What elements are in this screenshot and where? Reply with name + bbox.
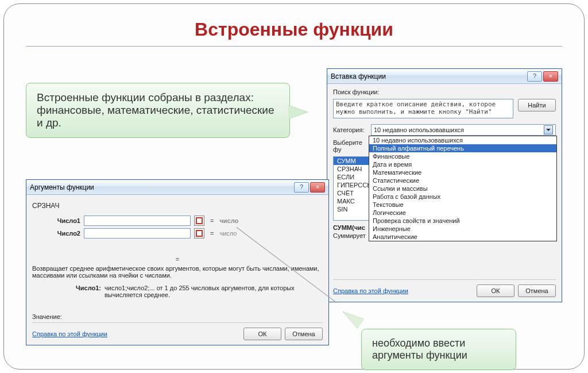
equals-sign: =	[210, 230, 214, 237]
arg-info-key: Число1:	[32, 284, 101, 298]
category-option[interactable]: 10 недавно использовавшихся	[369, 136, 556, 144]
range-picker-icon[interactable]	[194, 228, 204, 239]
dialog-titlebar[interactable]: Аргументы функции ? ×	[26, 180, 328, 195]
category-option[interactable]: Аналитические	[369, 233, 556, 241]
category-dropdown[interactable]: 10 недавно использовавшихсяПолный алфави…	[369, 136, 557, 241]
category-option[interactable]: Проверка свойств и значений	[369, 217, 556, 225]
value-label: Значение:	[32, 313, 323, 320]
title-underline	[26, 46, 562, 47]
arg-label: Число1	[32, 217, 80, 224]
close-icon[interactable]: ×	[543, 71, 558, 82]
category-value: 10 недавно использовавшихся	[374, 126, 464, 133]
callout-sections: Встроенные функции собраны в разделах: ф…	[26, 83, 290, 138]
function-name: СРЗНАЧ	[32, 202, 323, 210]
arg-input[interactable]	[84, 216, 191, 226]
category-option[interactable]: Текстовые	[369, 201, 556, 209]
category-option[interactable]: Дата и время	[369, 160, 556, 168]
arg-label: Число2	[32, 230, 80, 237]
arg-info-val: число1;число2;... от 1 до 255 числовых а…	[105, 284, 323, 298]
ok-button[interactable]: ОК	[477, 284, 514, 297]
ok-button[interactable]: ОК	[243, 328, 281, 340]
dialog-titlebar[interactable]: Вставка функции ? ×	[327, 69, 562, 84]
function-description-text: Возвращает среднее арифметическое своих …	[32, 265, 323, 279]
category-option[interactable]: Ссылки и массивы	[369, 184, 556, 193]
find-button[interactable]: Найти	[518, 99, 556, 111]
help-icon[interactable]: ?	[294, 182, 309, 193]
category-option[interactable]: Математические	[369, 168, 556, 176]
callout-tail	[340, 307, 365, 329]
help-icon[interactable]: ?	[527, 71, 542, 82]
equals-sign: =	[210, 217, 214, 224]
search-label: Поиск функции:	[333, 89, 556, 95]
insert-function-dialog: Вставка функции ? × Поиск функции: Введи…	[327, 68, 562, 302]
category-option[interactable]: Статистические	[369, 176, 556, 184]
argument-row: Число2=число	[32, 228, 323, 239]
search-input[interactable]: Введите краткое описание действия, котор…	[333, 99, 513, 118]
help-link[interactable]: Справка по этой функции	[333, 287, 408, 294]
help-link[interactable]: Справка по этой функции	[32, 330, 107, 337]
callout-arguments: необходимо ввести аргументы функции	[361, 329, 516, 370]
dialog-title: Вставка функции	[331, 72, 526, 80]
category-label: Категория:	[333, 126, 369, 133]
range-picker-icon[interactable]	[194, 216, 204, 226]
cancel-button[interactable]: Отмена	[285, 328, 323, 340]
close-icon[interactable]: ×	[310, 182, 325, 193]
argument-row: Число1=число	[32, 216, 323, 226]
category-option[interactable]: Логические	[369, 209, 556, 217]
arg-hint: число	[219, 230, 237, 237]
arg-hint: число	[219, 217, 238, 224]
chevron-down-icon[interactable]	[544, 125, 553, 134]
slide-title: Встроенные функции	[4, 4, 584, 40]
category-select[interactable]: 10 недавно использовавшихся	[371, 124, 556, 136]
select-function-label: Выберите фу	[333, 139, 369, 153]
category-option[interactable]: Финансовые	[369, 152, 556, 160]
callout-text: Встроенные функции собраны в разделах: ф…	[37, 91, 274, 129]
arg-input[interactable]	[84, 228, 191, 239]
callout-text: необходимо ввести аргументы функции	[372, 337, 467, 361]
dialog-title: Аргументы функции	[30, 183, 293, 191]
callout-tail	[288, 105, 308, 119]
category-option[interactable]: Работа с базой данных	[369, 193, 556, 201]
category-option[interactable]: Инженерные	[369, 225, 556, 233]
category-option[interactable]: Полный алфавитный перечень	[369, 144, 556, 152]
cancel-button[interactable]: Отмена	[518, 284, 556, 297]
